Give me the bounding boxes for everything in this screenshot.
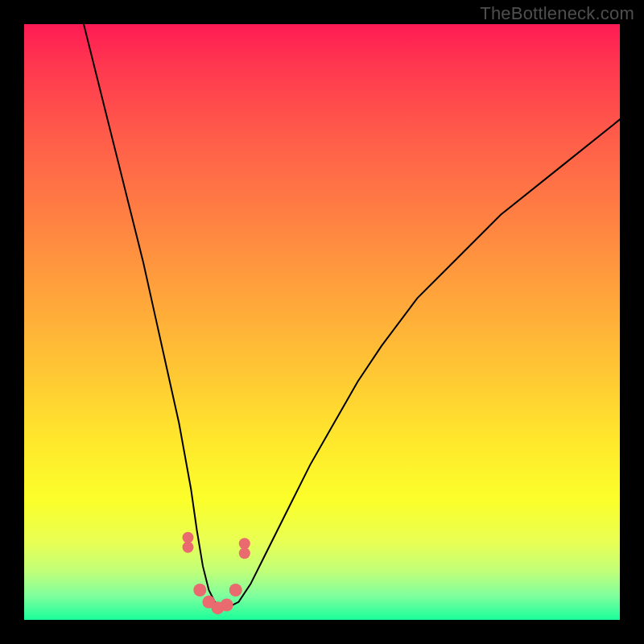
chart-frame: TheBottleneck.com [0,0,644,644]
curve-marker-icon [229,584,242,597]
curve-marker-icon [221,599,233,612]
marker-group [183,532,250,614]
curve-marker-icon [239,547,250,559]
watermark-text: TheBottleneck.com [480,3,634,24]
curve-marker-icon [239,538,250,549]
curve-marker-icon [183,532,194,543]
curve-marker-icon [193,584,206,597]
curve-svg [24,24,620,620]
bottleneck-curve [84,24,620,608]
curve-marker-icon [183,542,194,553]
plot-area [24,24,620,620]
